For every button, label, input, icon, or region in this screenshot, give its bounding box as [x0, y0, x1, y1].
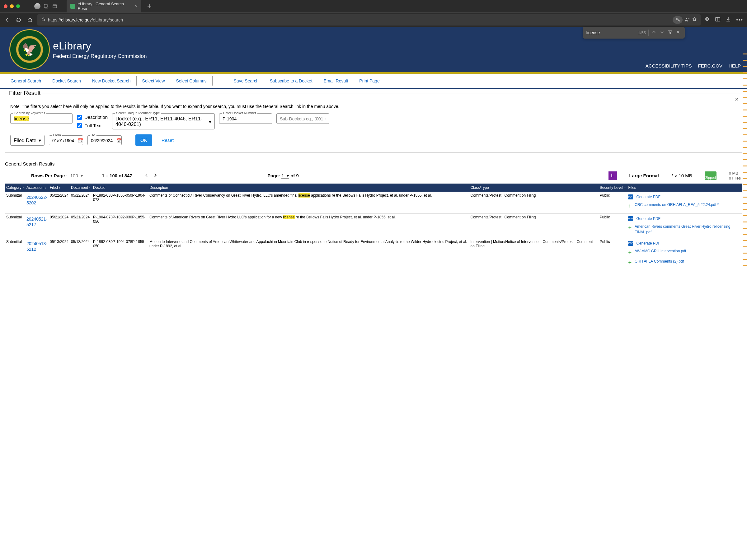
description-checkbox-label: Description: [84, 114, 108, 120]
calendar-icon[interactable]: 📅: [78, 138, 83, 143]
ferc-gov-link[interactable]: FERC.GOV: [698, 63, 722, 69]
favorite-icon[interactable]: [692, 17, 697, 23]
zip-stats: 0 MB 0 Files: [729, 171, 741, 181]
menu-print-page[interactable]: Print Page: [354, 74, 385, 88]
identifier-type-field[interactable]: Select Unique Identifier Type Docket (e.…: [112, 113, 215, 129]
menu-icon[interactable]: •••: [736, 17, 743, 23]
menu-email-result[interactable]: Email Result: [318, 74, 354, 88]
from-date-field[interactable]: From 📅: [49, 135, 83, 145]
col-description[interactable]: Description: [148, 184, 469, 192]
subdocket-field[interactable]: [276, 113, 329, 124]
rows-per-page-select[interactable]: 100 ▾: [69, 172, 89, 179]
svg-rect-2: [53, 5, 57, 8]
find-prev-icon[interactable]: [651, 29, 657, 36]
cell-files: PDFGenerate PDF+CRC comments on GRH AFLA…: [627, 192, 742, 214]
url-text: https://elibrary.ferc.gov/eLibrary/searc…: [48, 18, 123, 22]
generate-pdf-link[interactable]: PDFGenerate PDF: [628, 216, 741, 221]
browser-tab[interactable]: eLibrary | General Search Resu ×: [67, 0, 141, 13]
split-screen-icon[interactable]: [715, 17, 721, 23]
minimize-window-button[interactable]: [10, 4, 14, 8]
find-filter-icon[interactable]: [667, 29, 673, 36]
home-button[interactable]: [26, 16, 34, 24]
fulltext-checkbox-row[interactable]: Full Text: [77, 123, 108, 128]
extensions-icon[interactable]: [704, 17, 710, 23]
description-checkbox[interactable]: [77, 115, 82, 120]
col-category[interactable]: Category ↑: [5, 184, 25, 192]
find-count: 1/55: [638, 30, 646, 35]
address-bar[interactable]: https://elibrary.ferc.gov/eLibrary/searc…: [37, 14, 701, 26]
results-toolbar: Rows Per Page : 100 ▾ 1 – 100 of 847 Pag…: [0, 171, 747, 184]
file-link[interactable]: +American Rivers comments Great River Hy…: [628, 224, 741, 235]
accession-link[interactable]: 20240522-5202: [26, 193, 47, 206]
date-type-field[interactable]: Filed Date ▾: [10, 135, 45, 145]
downloads-icon[interactable]: [725, 17, 731, 23]
col-files[interactable]: Files: [627, 184, 742, 192]
from-date-input[interactable]: [52, 138, 77, 143]
prev-page-icon[interactable]: [145, 173, 149, 178]
close-filter-icon[interactable]: ×: [735, 96, 739, 103]
col-security[interactable]: Security Level ↑: [598, 184, 627, 192]
col-filed[interactable]: Filed ↑: [49, 184, 70, 192]
menu-select-columns[interactable]: Select Columns: [171, 74, 212, 88]
svg-rect-1: [45, 5, 48, 8]
menu-docket-search[interactable]: Docket Search: [47, 74, 86, 88]
translate-icon[interactable]: [673, 16, 682, 24]
fulltext-checkbox[interactable]: [77, 123, 82, 128]
find-next-icon[interactable]: [659, 29, 665, 36]
reset-button[interactable]: Reset: [161, 137, 174, 143]
maximize-window-button[interactable]: [16, 4, 20, 8]
keywords-field[interactable]: Search by keywords license: [10, 113, 73, 124]
from-date-label: From: [52, 133, 62, 137]
cell-filed: 05/22/2024: [49, 192, 70, 214]
close-window-button[interactable]: [4, 4, 7, 8]
col-accession[interactable]: Accession ↓: [25, 184, 49, 192]
tab-overview-icon[interactable]: [52, 3, 58, 9]
cell-files: PDFGenerate PDF+AW-AMC GRH Intervention.…: [627, 238, 742, 270]
large-format-label: Large Format: [629, 173, 659, 178]
file-link[interactable]: +CRC comments on GRH AFLA_REA_5.22.24.pd…: [628, 202, 741, 210]
chevron-down-icon: ▾: [38, 137, 41, 143]
ok-button[interactable]: OK: [135, 134, 152, 146]
rows-per-page-label: Rows Per Page :: [31, 173, 68, 178]
generate-pdf-link[interactable]: PDFGenerate PDF: [628, 241, 741, 246]
col-document[interactable]: Document ↑: [70, 184, 92, 192]
find-input[interactable]: [586, 30, 633, 35]
profile-avatar[interactable]: [34, 3, 41, 9]
next-page-icon[interactable]: [153, 173, 157, 178]
find-close-icon[interactable]: [675, 29, 681, 36]
page-select[interactable]: 1 ▾: [281, 173, 289, 179]
generate-pdf-link[interactable]: PDFGenerate PDF: [628, 194, 741, 199]
menu-save-search[interactable]: Save Search: [228, 74, 264, 88]
pdf-icon: PDF: [628, 194, 633, 199]
col-docket[interactable]: Docket: [92, 184, 148, 192]
cell-docket: P-1892-030P-1855-050P-1904-078: [92, 192, 148, 214]
refresh-button[interactable]: [15, 16, 22, 24]
back-button[interactable]: [4, 16, 11, 24]
svg-rect-0: [44, 4, 47, 7]
file-link[interactable]: +AW-AMC GRH Intervention.pdf: [628, 248, 741, 257]
description-checkbox-row[interactable]: Description: [77, 114, 108, 120]
accession-link[interactable]: 20240513-5212: [26, 240, 47, 252]
docket-number-field[interactable]: Enter Docket Number: [219, 113, 272, 124]
file-link[interactable]: +GRH AFLA Comments (2).pdf: [628, 259, 741, 267]
col-classtype[interactable]: Class/Type: [469, 184, 598, 192]
zipped-badge[interactable]: Zipped: [705, 171, 717, 180]
accession-link[interactable]: 20240521-5217: [26, 215, 47, 228]
subdocket-input[interactable]: [280, 116, 326, 121]
menu-subscribe[interactable]: Subscribe to a Docket: [264, 74, 318, 88]
calendar-icon[interactable]: 📅: [117, 138, 122, 143]
to-date-field[interactable]: To 📅: [87, 135, 122, 145]
text-size-icon[interactable]: A»: [685, 17, 689, 22]
workspaces-icon[interactable]: [43, 3, 49, 9]
help-link[interactable]: HELP: [729, 63, 741, 69]
new-tab-button[interactable]: [146, 3, 153, 9]
fulltext-checkbox-label: Full Text: [84, 123, 102, 128]
to-date-input[interactable]: [91, 138, 115, 143]
menu-select-view[interactable]: Select View: [137, 74, 171, 88]
menu-new-docket-search[interactable]: New Docket Search: [86, 74, 136, 88]
docket-number-input[interactable]: [223, 116, 277, 121]
accessibility-link[interactable]: ACCESSIBILITY TIPS: [646, 63, 692, 69]
menu-general-search[interactable]: General Search: [5, 74, 47, 88]
blue-divider: [0, 88, 747, 89]
close-tab-icon[interactable]: ×: [135, 4, 137, 9]
